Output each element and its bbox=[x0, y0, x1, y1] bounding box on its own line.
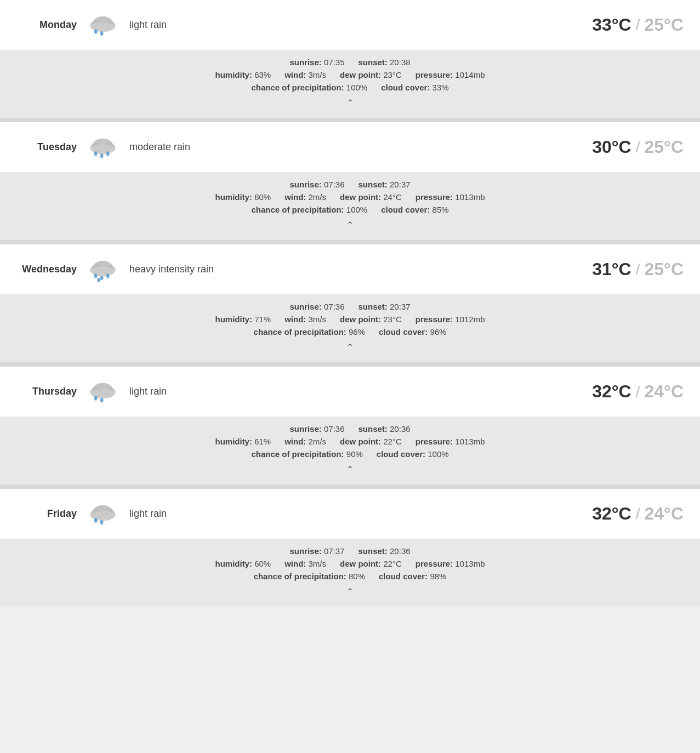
day-block-thursday: Thursday light rain 32°C / 24°C sunrise:… bbox=[0, 367, 700, 489]
collapse-button[interactable]: ⌃ bbox=[16, 220, 684, 230]
precipitation-value: 96% bbox=[349, 327, 365, 336]
sunrise-value: 07:36 bbox=[324, 424, 345, 433]
divider bbox=[0, 118, 700, 122]
wind-label: wind: bbox=[284, 559, 306, 568]
day-block-friday: Friday light rain 32°C / 24°C sunrise: 0… bbox=[0, 489, 700, 607]
wind-value: 3m/s bbox=[309, 70, 327, 79]
weather-stats-row: humidity: 80% wind: 2m/s dew point: 24°C… bbox=[16, 192, 684, 202]
temp-low: 25°C bbox=[645, 259, 684, 279]
cloud-cover-label: cloud cover: bbox=[379, 327, 428, 336]
pressure-label: pressure: bbox=[416, 559, 453, 568]
temp-separator: / bbox=[636, 261, 640, 278]
cloud-cover-value: 98% bbox=[430, 572, 446, 581]
weather-description: light rain bbox=[129, 19, 592, 31]
humidity-value: 80% bbox=[254, 192, 271, 202]
wind-value: 3m/s bbox=[309, 559, 327, 568]
temperature-range: 30°C / 25°C bbox=[592, 137, 684, 157]
svg-point-5 bbox=[100, 31, 104, 36]
svg-point-10 bbox=[94, 151, 98, 156]
svg-point-26 bbox=[100, 398, 104, 402]
svg-point-11 bbox=[100, 153, 104, 158]
wind-value: 2m/s bbox=[309, 192, 327, 202]
precipitation-label: chance of precipitation: bbox=[251, 205, 344, 214]
humidity-value: 63% bbox=[254, 70, 271, 79]
day-name: Thursday bbox=[16, 386, 77, 397]
weather-icon bbox=[87, 499, 119, 529]
sunset-label: sunset: bbox=[358, 58, 388, 67]
dew-point-value: 22°C bbox=[383, 437, 402, 446]
sunrise-label: sunrise: bbox=[289, 546, 321, 556]
collapse-button[interactable]: ⌃ bbox=[16, 98, 684, 108]
precipitation-label: chance of precipitation: bbox=[254, 572, 346, 581]
svg-point-12 bbox=[106, 151, 110, 156]
sunrise-sunset-row: sunrise: 07:36 sunset: 20:36 bbox=[16, 424, 684, 433]
dew-point-label: dew point: bbox=[340, 192, 381, 202]
collapse-button[interactable]: ⌃ bbox=[16, 342, 684, 352]
temp-low: 24°C bbox=[645, 381, 684, 402]
temperature-range: 32°C / 24°C bbox=[592, 381, 684, 402]
sunset-value: 20:38 bbox=[390, 58, 411, 67]
weather-icon bbox=[87, 254, 119, 284]
svg-point-18 bbox=[100, 276, 104, 280]
sunrise-label: sunrise: bbox=[289, 180, 321, 189]
pressure-label: pressure: bbox=[416, 315, 453, 324]
dew-point-value: 22°C bbox=[383, 559, 402, 568]
humidity-value: 60% bbox=[254, 559, 271, 568]
humidity-value: 61% bbox=[254, 437, 271, 446]
temperature-range: 32°C / 24°C bbox=[592, 504, 684, 524]
temp-separator: / bbox=[636, 139, 640, 156]
precipitation-row: chance of precipitation: 96% cloud cover… bbox=[16, 327, 684, 336]
day-details: sunrise: 07:37 sunset: 20:36 humidity: 6… bbox=[0, 539, 700, 607]
humidity-label: humidity: bbox=[215, 192, 252, 202]
cloud-cover-label: cloud cover: bbox=[377, 449, 425, 459]
pressure-label: pressure: bbox=[416, 437, 453, 446]
precipitation-value: 90% bbox=[346, 449, 363, 459]
precipitation-label: chance of precipitation: bbox=[251, 83, 344, 92]
cloud-cover-label: cloud cover: bbox=[381, 205, 430, 214]
pressure-value: 1014mb bbox=[455, 70, 485, 79]
sunrise-sunset-row: sunrise: 07:35 sunset: 20:38 bbox=[16, 58, 684, 67]
day-name: Wednesday bbox=[16, 264, 77, 275]
sunrise-value: 07:36 bbox=[324, 302, 345, 311]
dew-point-value: 23°C bbox=[383, 70, 402, 79]
weather-stats-row: humidity: 71% wind: 3m/s dew point: 23°C… bbox=[16, 315, 684, 324]
temp-separator: / bbox=[636, 16, 640, 34]
sunset-value: 20:37 bbox=[390, 180, 411, 189]
wind-value: 2m/s bbox=[309, 437, 327, 446]
svg-point-4 bbox=[94, 29, 98, 33]
collapse-button[interactable]: ⌃ bbox=[16, 464, 684, 475]
precipitation-row: chance of precipitation: 90% cloud cover… bbox=[16, 449, 684, 459]
sunrise-value: 07:36 bbox=[324, 180, 345, 189]
divider bbox=[0, 240, 700, 244]
dew-point-label: dew point: bbox=[340, 70, 381, 79]
sunset-value: 20:36 bbox=[390, 546, 411, 556]
temp-high: 32°C bbox=[592, 504, 631, 524]
day-details: sunrise: 07:36 sunset: 20:36 humidity: 6… bbox=[0, 417, 700, 484]
wind-label: wind: bbox=[284, 192, 306, 202]
weather-icon bbox=[87, 10, 119, 40]
sunset-value: 20:37 bbox=[390, 302, 411, 311]
humidity-label: humidity: bbox=[215, 315, 252, 324]
temp-high: 30°C bbox=[592, 137, 631, 157]
day-details: sunrise: 07:36 sunset: 20:37 humidity: 8… bbox=[0, 172, 700, 240]
cloud-cover-value: 85% bbox=[432, 205, 449, 214]
dew-point-value: 23°C bbox=[383, 315, 402, 324]
wind-label: wind: bbox=[284, 70, 306, 79]
pressure-value: 1013mb bbox=[455, 559, 485, 568]
svg-point-19 bbox=[106, 273, 110, 278]
weather-icon bbox=[87, 132, 119, 162]
collapse-button[interactable]: ⌃ bbox=[16, 586, 684, 597]
dew-point-label: dew point: bbox=[340, 559, 381, 568]
precipitation-row: chance of precipitation: 100% cloud cove… bbox=[16, 205, 684, 214]
sunset-value: 20:36 bbox=[390, 424, 411, 433]
pressure-label: pressure: bbox=[416, 192, 453, 202]
wind-label: wind: bbox=[284, 315, 306, 324]
dew-point-label: dew point: bbox=[340, 315, 381, 324]
svg-point-31 bbox=[94, 518, 98, 522]
dew-point-value: 24°C bbox=[383, 192, 402, 202]
sunset-label: sunset: bbox=[358, 424, 388, 433]
humidity-label: humidity: bbox=[215, 559, 252, 568]
precipitation-row: chance of precipitation: 100% cloud cove… bbox=[16, 83, 684, 92]
precipitation-row: chance of precipitation: 80% cloud cover… bbox=[16, 572, 684, 581]
day-block-monday: Monday light rain 33°C / 25°C sunrise: 0… bbox=[0, 0, 700, 122]
